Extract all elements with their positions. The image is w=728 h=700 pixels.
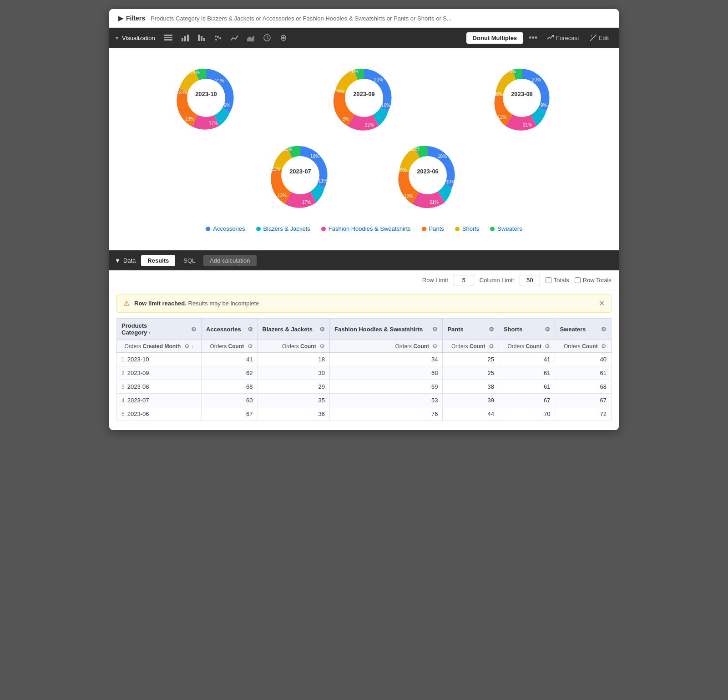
legend-label-pants: Pants [429, 225, 444, 232]
svg-rect-8 [203, 38, 205, 41]
svg-point-10 [217, 36, 219, 38]
filter-text: Products Category is Blazers & Jackets o… [151, 15, 452, 22]
col-settings-sweaters[interactable]: ⚙ [601, 326, 607, 333]
svg-point-18 [187, 79, 225, 117]
cell-bj: 35 [258, 394, 329, 407]
col-settings-bj[interactable]: ⚙ [319, 326, 325, 333]
cell-pants: 25 [443, 353, 499, 366]
table-wrapper: ProductsCategory › ⚙ Accessories ⚙ Blaze… [109, 313, 619, 430]
legend-label-shorts: Shorts [462, 225, 480, 232]
subheader-shorts-settings[interactable]: ⚙ [545, 343, 550, 350]
totals-checkbox[interactable] [546, 277, 551, 283]
svg-text:8%: 8% [343, 117, 349, 122]
col-settings-shorts[interactable]: ⚙ [545, 326, 550, 333]
cell-sweaters: 40 [555, 353, 612, 366]
row-totals-checkbox[interactable] [575, 277, 581, 283]
bar-chart-btn[interactable] [178, 31, 192, 44]
svg-text:18%: 18% [438, 154, 447, 159]
svg-rect-4 [184, 36, 186, 41]
donut-multiples-btn[interactable]: Donut Multiples [466, 32, 524, 44]
map-btn[interactable] [276, 31, 291, 44]
svg-text:2023-07: 2023-07 [289, 168, 311, 175]
warning-text: Row limit reached. Results may be incomp… [134, 300, 594, 307]
warning-icon: ⚠ [123, 299, 130, 308]
donut-2023-10: 2023-10 21% 9% 17% 13% 20% 21% [170, 61, 243, 134]
more-options-btn[interactable]: ••• [525, 31, 541, 45]
cell-pants: 38 [443, 380, 499, 394]
legend-blazers[interactable]: Blazers & Jackets [256, 225, 310, 232]
legend-pants[interactable]: Pants [422, 225, 444, 232]
table-row: 22023-09 62 30 68 25 61 61 [117, 366, 612, 380]
legend-dot-blazers [256, 227, 261, 231]
subheader-acc-settings[interactable]: ⚙ [248, 343, 253, 350]
row-limit-input[interactable] [454, 275, 474, 285]
sql-tab[interactable]: SQL [177, 255, 202, 266]
svg-text:9%: 9% [540, 103, 547, 108]
svg-point-42 [281, 156, 319, 194]
viz-arrow-icon: ▼ [115, 36, 119, 41]
cell-month: 52023-06 [117, 407, 202, 421]
sorted-bar-btn[interactable] [194, 31, 209, 44]
legend-label-fhs: Fashion Hoodies & Sweatshirts [329, 225, 411, 232]
svg-text:11%: 11% [497, 115, 506, 120]
cell-month: 42023-07 [117, 394, 202, 407]
svg-text:11%: 11% [318, 178, 328, 183]
cell-month: 32023-08 [117, 380, 202, 394]
filter-toggle[interactable]: ▶ Filters [118, 15, 145, 22]
cell-acc: 68 [202, 380, 258, 394]
subheader-sweaters-settings[interactable]: ⚙ [601, 343, 607, 350]
cell-bj: 29 [258, 380, 329, 394]
svg-point-9 [215, 39, 217, 41]
subheader-shorts-count: Orders Count ⚙ [499, 340, 555, 353]
svg-point-12 [215, 36, 217, 37]
svg-text:20%: 20% [335, 89, 344, 94]
subheader-pants-count: Orders Count ⚙ [443, 340, 499, 353]
legend-shorts[interactable]: Shorts [455, 225, 480, 232]
cell-shorts: 41 [499, 353, 555, 366]
svg-text:17%: 17% [302, 200, 311, 205]
totals-checkbox-label[interactable]: Totals [546, 277, 569, 284]
cell-bj: 36 [258, 407, 329, 421]
col-settings-pants[interactable]: ⚙ [489, 326, 494, 333]
table-row: 52023-06 67 36 76 44 70 72 [117, 407, 612, 421]
col-fhs: Fashion Hoodies & Sweatshirts ⚙ [330, 319, 443, 340]
edit-btn[interactable]: Edit [586, 32, 613, 44]
cell-fhs: 34 [330, 353, 443, 366]
svg-text:20%: 20% [532, 77, 541, 82]
svg-text:10%: 10% [446, 179, 455, 184]
col-accessories: Accessories ⚙ [202, 319, 258, 340]
subheader-fhs-settings[interactable]: ⚙ [432, 343, 438, 350]
col-settings-fhs[interactable]: ⚙ [432, 326, 438, 333]
table-view-btn[interactable] [161, 32, 176, 44]
warning-close-btn[interactable]: ✕ [599, 299, 605, 308]
legend-sweaters[interactable]: Sweaters [490, 225, 522, 232]
row-totals-checkbox-label[interactable]: Row Totals [575, 277, 612, 284]
col-blazers: Blazers & Jackets ⚙ [258, 319, 329, 340]
subheader-bj-settings[interactable]: ⚙ [319, 343, 325, 350]
scatter-btn[interactable] [211, 31, 225, 44]
forecast-btn[interactable]: Forecast [543, 32, 584, 44]
col-settings-acc[interactable]: ⚙ [248, 326, 253, 333]
legend-label-blazers: Blazers & Jackets [263, 225, 310, 232]
subheader-pants-settings[interactable]: ⚙ [489, 343, 494, 350]
legend-label-accessories: Accessories [213, 225, 245, 232]
line-btn[interactable] [227, 31, 242, 44]
results-tab[interactable]: Results [141, 255, 175, 266]
sort-icon[interactable]: ↓ [191, 344, 194, 349]
cell-pants: 44 [443, 407, 499, 421]
col-limit-input[interactable] [520, 275, 540, 285]
clock-btn[interactable] [260, 31, 274, 44]
add-calculation-btn[interactable]: Add calculation [203, 255, 256, 266]
visualization-label: ▼ Visualization [115, 35, 159, 41]
donut-2023-08: 2023-08 20% 9% 21% 11% 18% 20% [485, 61, 558, 134]
col-settings-products[interactable]: ⚙ [191, 326, 197, 333]
cell-acc: 41 [202, 353, 258, 366]
legend-accessories[interactable]: Accessories [206, 225, 245, 232]
area-btn[interactable] [243, 31, 258, 44]
subheader-acc-count: Orders Count ⚙ [202, 340, 258, 353]
svg-text:21%: 21% [283, 147, 292, 152]
subheader-month-settings[interactable]: ⚙ [184, 343, 190, 350]
cell-sweaters: 72 [555, 407, 612, 421]
legend-fhs[interactable]: Fashion Hoodies & Sweatshirts [321, 225, 411, 232]
donut-area: 2023-10 21% 9% 17% 13% 20% 21% [109, 48, 619, 250]
